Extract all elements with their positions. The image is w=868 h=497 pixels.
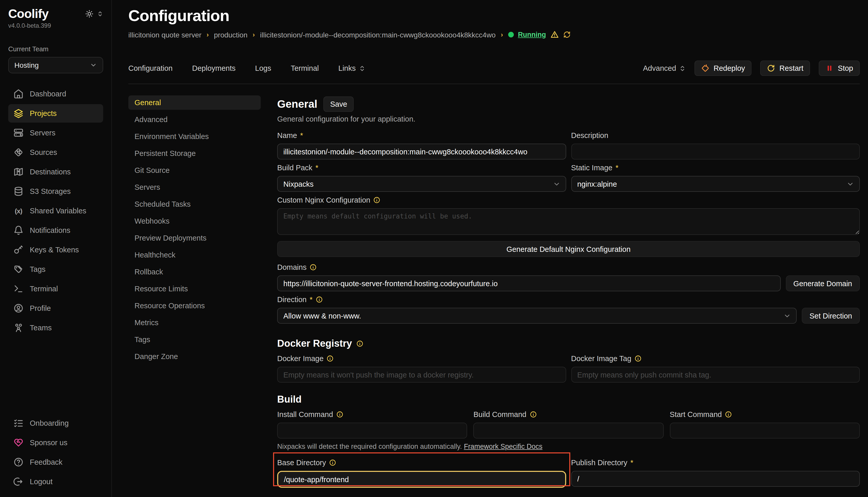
set-direction-button[interactable]: Set Direction: [802, 308, 860, 324]
status-running-link[interactable]: Running: [518, 31, 546, 39]
status-dot: [508, 32, 514, 38]
sidebar-item-destinations[interactable]: Destinations: [8, 163, 103, 181]
sidebar-item-logout[interactable]: Logout: [8, 472, 103, 491]
subnav-tags[interactable]: Tags: [128, 332, 261, 347]
tab-configuration[interactable]: Configuration: [128, 64, 173, 72]
breadcrumb-application[interactable]: illicitestonion/-module--decomposition:m…: [260, 30, 496, 39]
sidebar-item-teams[interactable]: Teams: [8, 319, 103, 337]
warning-triangle-icon: [550, 30, 559, 39]
subnav-persistent-storage[interactable]: Persistent Storage: [128, 146, 261, 160]
docker-image-tag-label: Docker Image Tag: [571, 354, 631, 363]
refresh-icon[interactable]: [563, 31, 570, 39]
advanced-menu[interactable]: Advanced: [643, 64, 686, 72]
tab-deployments[interactable]: Deployments: [192, 64, 236, 72]
subnav-environment-variables[interactable]: Environment Variables: [128, 129, 261, 144]
sidebar-item-label: Shared Variables: [30, 207, 86, 215]
static-image-label: Static Image: [571, 164, 612, 172]
subnav-git-source[interactable]: Git Source: [128, 163, 261, 178]
section-title-general: General: [277, 98, 317, 110]
tab-logs[interactable]: Logs: [255, 64, 271, 72]
subnav-scheduled-tasks[interactable]: Scheduled Tasks: [128, 197, 261, 211]
publish-directory-label: Publish Directory: [571, 458, 627, 467]
generate-domain-button[interactable]: Generate Domain: [786, 275, 860, 291]
subnav-resource-limits[interactable]: Resource Limits: [128, 282, 261, 296]
sidebar-item-feedback[interactable]: Feedback: [8, 453, 103, 471]
sidebar-item-onboarding[interactable]: Onboarding: [8, 414, 103, 432]
sidebar-item-profile[interactable]: Profile: [8, 299, 103, 318]
stop-button[interactable]: Stop: [819, 60, 860, 76]
sidebar-item-label: Sponsor us: [30, 439, 68, 447]
generate-nginx-button[interactable]: Generate Default Nginx Configuration: [277, 241, 860, 257]
chevrons-up-down-icon: [679, 65, 686, 72]
build-command-label: Build Command: [473, 410, 526, 418]
team-select[interactable]: Hosting: [8, 57, 103, 74]
static-image-select[interactable]: nginx:alpine: [571, 176, 860, 192]
sidebar-item-label: Profile: [30, 304, 51, 313]
redeploy-button[interactable]: Redeploy: [694, 60, 752, 76]
sidebar-item-s3-storages[interactable]: S3 Storages: [8, 182, 103, 201]
breadcrumb-project[interactable]: illicitonion quote server: [128, 30, 202, 39]
subnav-rollback[interactable]: Rollback: [128, 265, 261, 279]
custom-nginx-textarea[interactable]: [277, 208, 860, 235]
subnav-healthcheck[interactable]: Healthcheck: [128, 248, 261, 262]
docker-image-tag-input[interactable]: [571, 367, 860, 383]
subnav-resource-operations[interactable]: Resource Operations: [128, 299, 261, 313]
sidebar-footer: Onboarding Sponsor us Feedback Logout: [8, 414, 103, 491]
sidebar-item-dashboard[interactable]: Dashboard: [8, 85, 103, 103]
build-command-input[interactable]: [473, 423, 664, 439]
sidebar-item-servers[interactable]: Servers: [8, 124, 103, 142]
restart-button[interactable]: Restart: [760, 60, 810, 76]
docker-image-input[interactable]: [277, 367, 566, 383]
subnav-danger-zone[interactable]: Danger Zone: [128, 349, 261, 364]
subnav-servers[interactable]: Servers: [128, 180, 261, 194]
tab-links[interactable]: Links: [338, 64, 366, 72]
save-button[interactable]: Save: [323, 96, 354, 112]
docker-image-label: Docker Image: [277, 354, 323, 363]
sidebar-item-sponsor-us[interactable]: Sponsor us: [8, 434, 103, 452]
sidebar-item-tags[interactable]: Tags: [8, 260, 103, 279]
sidebar-item-notifications[interactable]: Notifications: [8, 221, 103, 240]
map-icon: [13, 167, 24, 177]
sidebar-item-label: Dashboard: [30, 90, 66, 98]
action-buttons: Advanced Redeploy Restart Stop: [643, 60, 860, 76]
key-icon: [13, 245, 24, 255]
app-logo[interactable]: Coolify: [8, 7, 49, 21]
start-command-field: Start Command: [670, 410, 860, 439]
sidebar-item-keys-tokens[interactable]: Keys & Tokens: [8, 241, 103, 259]
sidebar-item-projects[interactable]: Projects: [8, 104, 103, 123]
page-title: Configuration: [128, 7, 860, 25]
breadcrumb-environment[interactable]: production: [214, 30, 248, 39]
divider: [128, 84, 860, 84]
info-icon: [725, 411, 732, 418]
subnav-advanced[interactable]: Advanced: [128, 112, 261, 127]
subnav-general[interactable]: General: [128, 95, 261, 110]
install-command-input[interactable]: [277, 423, 467, 439]
base-directory-input[interactable]: [277, 471, 566, 488]
start-command-input[interactable]: [670, 423, 860, 439]
redeploy-icon: [701, 64, 709, 72]
framework-docs-link[interactable]: Framework Specific Docs: [464, 443, 542, 450]
custom-nginx-label: Custom Nginx Configuration: [277, 196, 370, 204]
publish-directory-input[interactable]: [571, 471, 860, 487]
info-icon: [309, 264, 317, 271]
breadcrumb-separator: ›: [207, 31, 209, 39]
name-input[interactable]: [277, 144, 566, 159]
tab-terminal[interactable]: Terminal: [291, 64, 319, 72]
sidebar-item-sources[interactable]: Sources: [8, 143, 103, 162]
subnav-preview-deployments[interactable]: Preview Deployments: [128, 231, 261, 245]
description-input[interactable]: [571, 144, 860, 159]
subnav-metrics[interactable]: Metrics: [128, 315, 261, 330]
direction-select[interactable]: Allow www & non-www.: [277, 308, 797, 324]
sun-icon: [85, 10, 93, 18]
domains-input[interactable]: [277, 275, 781, 291]
users-icon: [13, 323, 24, 333]
sidebar-item-shared-variables[interactable]: (x) Shared Variables: [8, 202, 103, 220]
sidebar-item-terminal[interactable]: Terminal: [8, 280, 103, 298]
info-icon: [336, 411, 343, 418]
subnav-webhooks[interactable]: Webhooks: [128, 214, 261, 228]
theme-switcher[interactable]: [85, 10, 103, 18]
install-command-label: Install Command: [277, 410, 333, 418]
main-content: Configuration illicitonion quote server …: [112, 0, 868, 497]
breadcrumb-separator: ›: [252, 31, 255, 39]
build-pack-select[interactable]: Nixpacks: [277, 176, 566, 192]
